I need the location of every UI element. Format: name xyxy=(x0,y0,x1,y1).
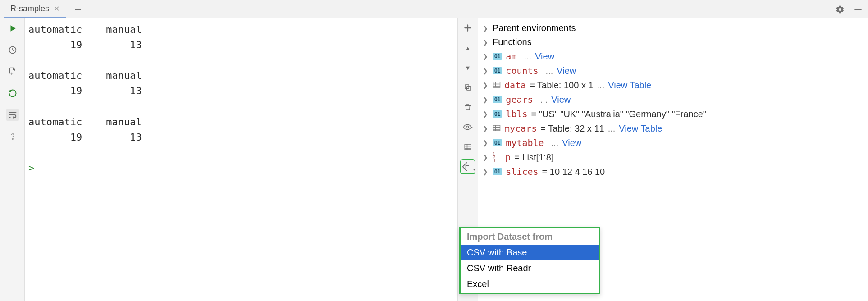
minimize-icon[interactable] xyxy=(852,4,864,15)
trash-icon[interactable] xyxy=(462,101,474,113)
copy-icon[interactable] xyxy=(462,82,474,93)
variable-name: lbls xyxy=(506,109,527,119)
console-output[interactable]: automatic manual 19 13 automatic manual … xyxy=(25,18,457,301)
variable-row[interactable]: ❯01 gears ... View xyxy=(483,92,863,107)
add-tab-button[interactable] xyxy=(72,4,84,15)
variable-row[interactable]: ❯01 lbls = "US" "UK" "Australia" "German… xyxy=(483,107,863,121)
variable-row[interactable]: ❯1 —2 —3 — p = List[1:8] xyxy=(483,150,863,164)
view-link[interactable]: View xyxy=(551,95,571,105)
view-link[interactable]: View xyxy=(535,51,554,62)
variable-name: counts xyxy=(506,65,538,76)
variable-name: mytable xyxy=(506,137,544,148)
restart-icon[interactable] xyxy=(6,87,19,100)
close-tab-icon[interactable]: ✕ xyxy=(54,5,59,13)
settings-icon[interactable] xyxy=(834,4,846,15)
functions-row[interactable]: ❯ Functions xyxy=(483,35,863,49)
table-badge-icon xyxy=(493,80,501,91)
console-line: automatic manual xyxy=(28,24,142,35)
chevron-right-icon: ❯ xyxy=(483,110,489,118)
view-link[interactable]: View xyxy=(557,66,576,76)
ellipsis: ... xyxy=(551,138,559,148)
chevron-right-icon: ❯ xyxy=(483,67,489,74)
variable-row[interactable]: ❯01 counts ... View xyxy=(483,64,863,78)
variable-value: = Table: 100 x 1 xyxy=(530,80,593,91)
ellipsis: ... xyxy=(540,95,548,105)
variable-value: = "US" "UK" "Australia" "Germany" "Franc… xyxy=(531,109,706,119)
int-badge-icon: 01 xyxy=(493,168,502,175)
variable-name: am xyxy=(506,51,516,62)
variable-name: mycars xyxy=(504,123,537,134)
menu-item-csv-readr[interactable]: CSV with Readr xyxy=(461,260,599,276)
chevron-right-icon: ❯ xyxy=(483,53,489,60)
parent-environments-row[interactable]: ❯ Parent environments xyxy=(483,21,863,35)
arrow-up-icon[interactable]: ▴ xyxy=(462,42,474,54)
variable-row[interactable]: ❯01 slices = 10 12 4 16 10 xyxy=(483,164,863,179)
variable-row[interactable]: ❯ data = Table: 100 x 1 ... View Table xyxy=(483,78,863,92)
variable-row[interactable]: ❯ mycars = Table: 32 x 11 ... View Table xyxy=(483,121,863,136)
run-icon[interactable] xyxy=(6,22,19,35)
help-icon[interactable] xyxy=(6,130,19,143)
eye-icon[interactable]: ▾ xyxy=(462,121,474,133)
history-icon[interactable] xyxy=(6,44,19,56)
console-toolbar xyxy=(0,18,25,301)
variable-row[interactable]: ❯01 mytable ... View xyxy=(483,136,863,150)
chevron-right-icon: ❯ xyxy=(483,154,489,161)
ellipsis: ... xyxy=(524,51,531,62)
ellipsis: ... xyxy=(546,66,553,76)
variable-value: = 10 12 4 16 10 xyxy=(542,167,605,177)
arrow-down-icon[interactable]: ▾ xyxy=(462,62,474,73)
console-line: automatic manual xyxy=(28,116,142,128)
menu-item-excel[interactable]: Excel xyxy=(461,276,599,292)
int-badge-icon: 01 xyxy=(493,110,502,118)
svg-rect-5 xyxy=(465,144,471,150)
chevron-right-icon: ❯ xyxy=(483,168,489,175)
add-icon[interactable] xyxy=(462,22,474,34)
chevron-right-icon: ❯ xyxy=(483,39,489,46)
tab-bar: R-samples ✕ xyxy=(0,0,868,18)
import-dataset-menu: Import Dataset from CSV with Base CSV wi… xyxy=(459,227,600,294)
export-file-icon[interactable] xyxy=(6,65,19,78)
variable-value: = Table: 32 x 11 xyxy=(540,123,604,134)
int-badge-icon: 01 xyxy=(493,96,502,103)
console-prompt[interactable]: > xyxy=(28,162,34,173)
soft-wrap-icon[interactable] xyxy=(6,109,19,121)
variable-row[interactable]: ❯01 am ... View xyxy=(483,49,863,64)
chevron-right-icon: ❯ xyxy=(483,125,489,132)
view-link[interactable]: View Table xyxy=(619,123,662,134)
variable-name: p xyxy=(505,152,511,163)
int-badge-icon: 01 xyxy=(493,67,502,74)
variable-name: data xyxy=(504,80,526,91)
int-badge-icon: 01 xyxy=(493,139,502,146)
int-badge-icon: 01 xyxy=(493,53,502,60)
variable-value: = List[1:8] xyxy=(514,152,553,163)
import-dataset-icon[interactable]: ▾ xyxy=(462,161,474,173)
tab-r-samples[interactable]: R-samples ✕ xyxy=(4,0,66,18)
list-badge-icon: 1 —2 —3 — xyxy=(493,153,502,162)
chevron-right-icon: ❯ xyxy=(483,139,489,146)
svg-rect-7 xyxy=(493,125,500,131)
view-link[interactable]: View xyxy=(562,138,581,148)
variable-name: gears xyxy=(506,94,533,105)
ellipsis: ... xyxy=(597,80,605,91)
ellipsis: ... xyxy=(608,123,616,134)
table-badge-icon xyxy=(493,123,501,134)
menu-item-csv-base[interactable]: CSV with Base xyxy=(461,245,599,260)
svg-point-4 xyxy=(466,126,469,128)
chevron-right-icon: ❯ xyxy=(483,96,489,103)
console-line: automatic manual xyxy=(28,70,142,81)
table-icon[interactable] xyxy=(462,141,474,153)
tab-label: R-samples xyxy=(10,4,49,14)
menu-header: Import Dataset from xyxy=(461,229,599,245)
chevron-right-icon: ❯ xyxy=(483,25,489,32)
view-link[interactable]: View Table xyxy=(608,80,651,91)
svg-point-1 xyxy=(12,138,13,139)
svg-rect-6 xyxy=(493,82,500,87)
variable-name: slices xyxy=(506,166,538,177)
chevron-right-icon: ❯ xyxy=(483,82,489,89)
